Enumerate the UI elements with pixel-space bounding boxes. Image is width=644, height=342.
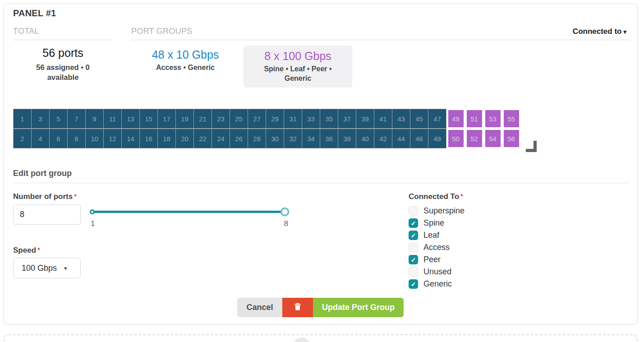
trash-icon — [293, 302, 302, 314]
checkbox-access[interactable] — [409, 243, 418, 252]
checkbox-row-generic: ✓Generic — [409, 278, 465, 290]
port-grid-row-2: 2468101214161820222426283032343638404244… — [13, 129, 531, 148]
port-54[interactable]: 54 — [483, 129, 502, 148]
port-10[interactable]: 10 — [85, 129, 104, 148]
port-15[interactable]: 15 — [139, 109, 158, 129]
port-2[interactable]: 2 — [13, 129, 32, 148]
checkbox-row-unused: Unused — [409, 266, 465, 278]
port-21[interactable]: 21 — [193, 109, 212, 129]
port-26[interactable]: 26 — [230, 129, 248, 148]
ports-count-slider: 1 8 — [90, 204, 289, 230]
port-groups-section: PORT GROUPS — [131, 27, 630, 40]
port-56[interactable]: 56 — [502, 129, 520, 148]
port-28[interactable]: 28 — [248, 129, 266, 148]
port-40[interactable]: 40 — [356, 129, 374, 148]
checkbox-spine[interactable]: ✓ — [409, 218, 418, 228]
port-34[interactable]: 34 — [302, 129, 320, 148]
connected-to-label: Connected To* — [409, 192, 463, 201]
form-action-buttons: Cancel Update Port Group — [237, 298, 404, 317]
port-group-1-roles: Access • Generic — [140, 63, 230, 72]
port-group-card-1[interactable]: 48 x 10 Gbps Access • Generic — [140, 46, 230, 72]
port-47[interactable]: 47 — [428, 109, 446, 129]
port-42[interactable]: 42 — [374, 129, 392, 148]
checkbox-label-access: Access — [423, 243, 450, 252]
port-4[interactable]: 4 — [31, 129, 50, 148]
required-asterisk: * — [74, 192, 77, 200]
delete-port-group-button[interactable] — [282, 298, 313, 317]
slider-handle[interactable] — [281, 208, 289, 216]
port-group-cards: 48 x 10 Gbps Access • Generic 8 x 100 Gb… — [140, 46, 352, 88]
port-3[interactable]: 3 — [31, 109, 50, 129]
port-8[interactable]: 8 — [67, 129, 86, 148]
port-49[interactable]: 49 — [446, 109, 465, 129]
port-11[interactable]: 11 — [103, 109, 122, 129]
port-46[interactable]: 46 — [410, 129, 428, 148]
port-19[interactable]: 19 — [175, 109, 194, 129]
checkbox-row-access: Access — [409, 241, 465, 254]
checkbox-peer[interactable]: ✓ — [409, 255, 418, 264]
port-9[interactable]: 9 — [85, 109, 104, 129]
port-16[interactable]: 16 — [139, 129, 158, 148]
port-53[interactable]: 53 — [483, 109, 502, 129]
slider-min-endpoint — [90, 209, 95, 214]
port-33[interactable]: 33 — [302, 109, 320, 129]
checkbox-leaf[interactable]: ✓ — [409, 231, 418, 240]
update-port-group-button[interactable]: Update Port Group — [313, 298, 404, 317]
chevron-down-icon: ▾ — [64, 265, 67, 272]
number-of-ports-input[interactable] — [13, 204, 81, 225]
port-43[interactable]: 43 — [392, 109, 410, 129]
port-14[interactable]: 14 — [121, 129, 140, 148]
port-5[interactable]: 5 — [49, 109, 68, 129]
slider-rail[interactable] — [92, 211, 284, 213]
connected-to-sort-dropdown[interactable]: Connected to▾ — [573, 27, 626, 36]
port-17[interactable]: 17 — [157, 109, 176, 129]
checkbox-label-unused: Unused — [423, 267, 451, 277]
total-ports-count: 56 ports — [13, 46, 113, 60]
port-37[interactable]: 37 — [338, 109, 356, 129]
port-39[interactable]: 39 — [356, 109, 374, 129]
cancel-button[interactable]: Cancel — [237, 298, 282, 317]
port-50[interactable]: 50 — [446, 129, 465, 148]
port-24[interactable]: 24 — [212, 129, 230, 148]
checkbox-label-generic: Generic — [423, 279, 452, 289]
speed-select[interactable]: 100 Gbps ▾ — [13, 258, 81, 278]
port-grid: 1357911131517192123252729313335373941434… — [13, 109, 531, 148]
port-1[interactable]: 1 — [13, 109, 32, 129]
port-18[interactable]: 18 — [157, 129, 176, 148]
port-31[interactable]: 31 — [284, 109, 302, 129]
port-41[interactable]: 41 — [374, 109, 392, 129]
port-55[interactable]: 55 — [502, 109, 520, 129]
speed-select-value: 100 Gbps — [22, 263, 57, 273]
checkbox-superspine[interactable] — [409, 206, 418, 216]
port-51[interactable]: 51 — [465, 109, 483, 129]
port-23[interactable]: 23 — [212, 109, 230, 129]
port-30[interactable]: 30 — [266, 129, 284, 148]
port-12[interactable]: 12 — [103, 129, 122, 148]
port-38[interactable]: 38 — [338, 129, 356, 148]
port-44[interactable]: 44 — [392, 129, 410, 148]
speed-label: Speed* — [13, 246, 40, 255]
required-asterisk: * — [460, 192, 463, 200]
port-7[interactable]: 7 — [67, 109, 86, 129]
port-group-card-2-selected[interactable]: 8 x 100 Gbps Spine • Leaf • Peer • Gener… — [244, 46, 352, 88]
port-20[interactable]: 20 — [175, 129, 194, 148]
port-25[interactable]: 25 — [230, 109, 248, 129]
port-6[interactable]: 6 — [49, 129, 68, 148]
port-27[interactable]: 27 — [248, 109, 266, 129]
port-22[interactable]: 22 — [193, 129, 212, 148]
grid-corner-bracket — [526, 141, 537, 152]
checkbox-row-superspine: Superspine — [409, 205, 465, 217]
port-32[interactable]: 32 — [284, 129, 302, 148]
checkbox-generic[interactable]: ✓ — [409, 279, 418, 289]
checkbox-row-peer: ✓Peer — [409, 254, 465, 266]
port-36[interactable]: 36 — [320, 129, 338, 148]
checkbox-unused[interactable] — [409, 267, 418, 277]
port-13[interactable]: 13 — [121, 109, 140, 129]
port-48[interactable]: 48 — [428, 129, 446, 148]
port-group-2-title: 8 x 100 Gbps — [248, 49, 348, 63]
port-groups-header: PORT GROUPS — [131, 27, 630, 40]
port-45[interactable]: 45 — [410, 109, 428, 129]
port-29[interactable]: 29 — [266, 109, 284, 129]
port-35[interactable]: 35 — [320, 109, 338, 129]
port-52[interactable]: 52 — [465, 129, 483, 148]
